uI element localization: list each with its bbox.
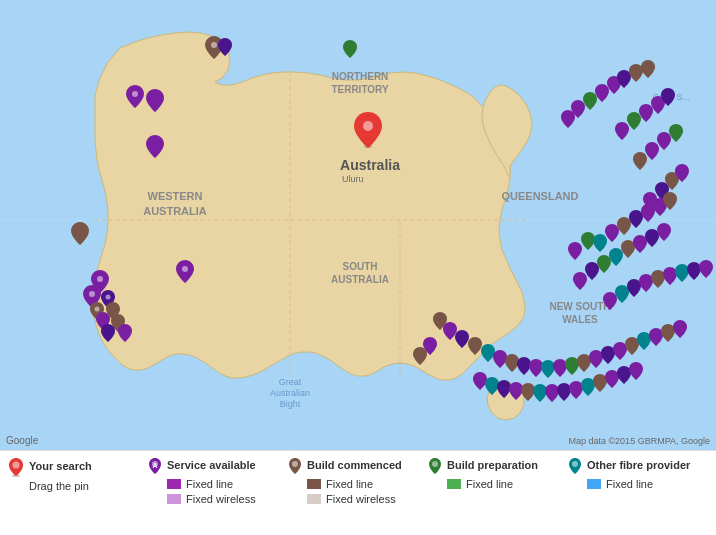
svg-text:QUEENSLAND: QUEENSLAND [501,190,578,202]
svg-text:AUSTRALIA: AUSTRALIA [143,205,207,217]
svg-point-35 [432,461,438,467]
legend-search-item: Your search [8,457,148,477]
legend-col-search: Your search Drag the pin [8,457,148,529]
map-data-attribution: Map data ©2015 GBRMPA, Google [568,436,710,446]
svg-point-27 [182,266,188,272]
svg-text:WALES: WALES [562,314,598,325]
svg-text:Great: Great [279,377,302,387]
legend-build-prep-header: Build preparation [428,457,568,475]
svg-text:A: A [152,462,157,469]
service-fixed-wireless-swatch [167,494,181,504]
svg-text:NORTHERN: NORTHERN [332,71,389,82]
legend-col-build-commenced: Build commenced Fixed line Fixed wireles… [288,457,428,529]
legend-bc-fixed-line: Fixed line [307,478,428,490]
build-prep-pin-icon [428,457,442,475]
svg-point-22 [363,121,373,131]
legend-bc-fixed-wireless: Fixed wireless [307,493,428,505]
legend-search-title: Your search [29,460,92,472]
svg-point-24 [89,291,95,297]
service-fixed-line-swatch [167,479,181,489]
other-fibre-pin-icon [568,457,582,475]
bc-fixed-line-swatch [307,479,321,489]
svg-text:TERRITORY: TERRITORY [331,84,389,95]
legend-service-header: A Service available [148,457,288,475]
legend-of-fixed-line-label: Fixed line [606,478,653,490]
svg-point-28 [132,91,138,97]
legend-service-title: Service available [167,459,256,471]
svg-text:AUSTRALIA: AUSTRALIA [331,274,389,285]
svg-text:NEW SOUTH: NEW SOUTH [549,301,610,312]
legend-build-commenced-title: Build commenced [307,459,402,471]
map-legend: Your search Drag the pin A Service avail… [0,450,716,535]
svg-point-34 [292,461,298,467]
bc-fixed-wireless-swatch [307,494,321,504]
legend-col-build-prep: Build preparation Fixed line [428,457,568,529]
svg-point-29 [211,42,217,48]
map-container[interactable]: WESTERN AUSTRALIA NORTHERN TERRITORY QUE… [0,0,716,450]
svg-text:SOUTH: SOUTH [343,261,378,272]
svg-point-26 [95,307,100,312]
legend-build-prep-title: Build preparation [447,459,538,471]
svg-point-36 [572,461,578,467]
of-fixed-line-swatch [587,479,601,489]
legend-bp-fixed-line-label: Fixed line [466,478,513,490]
legend-service-fixed-wireless-label: Fixed wireless [186,493,256,505]
svg-text:Australia: Australia [340,157,400,173]
svg-point-25 [106,295,111,300]
map-background: WESTERN AUSTRALIA NORTHERN TERRITORY QUE… [0,0,716,450]
legend-other-fibre-title: Other fibre provider [587,459,690,471]
map-svg: WESTERN AUSTRALIA NORTHERN TERRITORY QUE… [0,0,716,450]
legend-bc-fixed-line-label: Fixed line [326,478,373,490]
legend-service-fixed-line-label: Fixed line [186,478,233,490]
legend-drag-label: Drag the pin [29,480,89,492]
service-pin-icon: A [148,457,162,475]
legend-col-service: A Service available Fixed line Fixed wir… [148,457,288,529]
svg-point-23 [97,276,103,282]
legend-drag-item: Drag the pin [29,480,148,492]
svg-text:Uluru: Uluru [342,174,364,184]
svg-text:Bight: Bight [280,399,301,409]
legend-other-fibre-header: Other fibre provider [568,457,708,475]
build-commenced-pin-icon [288,457,302,475]
legend-col-other-fibre: Other fibre provider Fixed line [568,457,708,529]
legend-service-fixed-wireless: Fixed wireless [167,493,288,505]
legend-service-fixed-line: Fixed line [167,478,288,490]
legend-build-commenced-header: Build commenced [288,457,428,475]
google-logo: Google [6,435,38,446]
legend-of-fixed-line: Fixed line [587,478,708,490]
svg-point-31 [13,462,20,469]
svg-text:Australian: Australian [270,388,310,398]
legend-bp-fixed-line: Fixed line [447,478,568,490]
svg-text:WESTERN: WESTERN [148,190,203,202]
bp-fixed-line-swatch [447,479,461,489]
search-pin-icon [8,457,24,477]
legend-bc-fixed-wireless-label: Fixed wireless [326,493,396,505]
